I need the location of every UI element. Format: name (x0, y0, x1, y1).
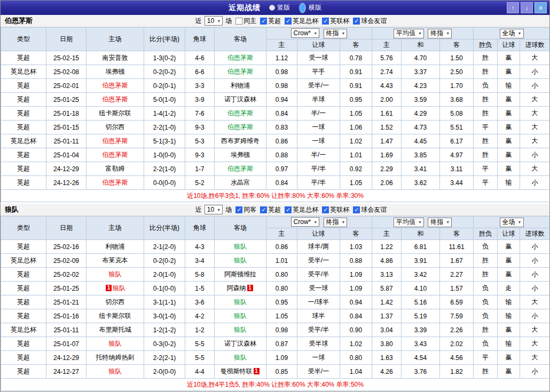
bookmaker-select[interactable]: Crow*▼ (291, 28, 320, 38)
odds-index-select[interactable]: 终指▼ (324, 29, 348, 38)
match-date: 25-01-11 (46, 323, 87, 337)
layout-vertical-radio[interactable]: 竖版 (269, 3, 290, 12)
col-goals: 进球数 (520, 228, 550, 240)
avg-index-select[interactable]: 终指▼ (428, 218, 452, 227)
scope-select[interactable]: 全场▼ (500, 218, 524, 227)
corners: 1-5 (185, 282, 215, 295)
avg-away-odds: 2.50 (440, 65, 474, 79)
checkbox-icon (322, 18, 329, 25)
match-count-select[interactable]: 10 ▼ (205, 205, 223, 214)
home-team-cell: 富勒姆 (87, 162, 144, 176)
league-checkbox-friendly[interactable]: 球会友谊 (353, 205, 387, 214)
layout-horizontal-radio[interactable]: 横版 (298, 3, 321, 13)
handicap-home-odds: 0.87 (266, 337, 297, 351)
handicap-odds-group: Crow*▼ 终指▼ (266, 28, 372, 39)
home-team-cell: 利物浦 (87, 240, 144, 254)
away-team-name: 狼队 (234, 312, 247, 319)
league-checkbox-premier-league[interactable]: 英超 (260, 205, 281, 214)
sub-col-home: 主 (372, 228, 402, 240)
handicap-line: 受平/半 (297, 323, 340, 337)
league-checkbox-league-cup[interactable]: 英联杯 (322, 205, 349, 214)
handicap-line: 受平/半 (297, 268, 340, 282)
corners: 9-3 (185, 148, 215, 162)
sub-col-home-odds: 主 (266, 39, 297, 51)
chevron-down-icon: ▼ (313, 220, 317, 224)
away-team-name: 狼队 (234, 326, 247, 333)
corners: 4-6 (185, 51, 215, 65)
sub-col-away-odds: 客 (340, 228, 372, 240)
window-buttons: ↑ ↓ × (507, 2, 547, 13)
handicap-line: 半球 (297, 93, 340, 107)
league-checkbox-fa-cup[interactable]: 英足总杯 (285, 17, 318, 26)
result-goals: 小 (520, 65, 550, 79)
away-team-cell: 曼彻斯特联1 (215, 365, 266, 379)
avg-draw-odds: 3.39 (402, 323, 440, 337)
close-button[interactable]: × (535, 2, 547, 13)
handicap-away-odds: 1.02 (340, 134, 372, 148)
league-label: 球会友谊 (361, 17, 387, 26)
result-wdl: 胜 (474, 148, 498, 162)
avg-source-select[interactable]: 平均值▼ (394, 218, 424, 227)
result-handicap: 赢 (498, 240, 520, 254)
handicap-away-odds: 0.92 (340, 162, 372, 176)
league-badge: 英超 (1, 365, 46, 379)
away-team-name: 狼队 (234, 354, 247, 361)
corners: 4-4 (185, 365, 215, 379)
league-checkbox-friendly[interactable]: 球会友谊 (353, 17, 387, 26)
handicap-line: 受一球 (297, 282, 340, 295)
away-team-cell: 狼队 (215, 309, 266, 323)
match-date: 24-12-29 (46, 351, 87, 365)
home-team-cell: 埃弗顿 (87, 65, 144, 79)
home-team-cell: 南安普敦 (87, 51, 144, 65)
handicap-line: 受半/一 (297, 254, 340, 268)
handicap-away-odds: 1.09 (340, 268, 372, 282)
home-team-cell: 伯恩茅斯 (87, 176, 144, 190)
handicap-line: 一球 (297, 121, 340, 134)
result-wdl: 负 (474, 295, 498, 309)
avg-away-odds: 6.59 (440, 295, 474, 309)
result-goals: 大 (520, 323, 550, 337)
same-venue-checkbox[interactable]: 同主 (235, 17, 256, 26)
col-handicap-result: 让球 (498, 39, 520, 51)
avg-draw-odds: 3.62 (402, 176, 440, 190)
chevron-down-icon: ▼ (518, 31, 522, 35)
same-venue-checkbox[interactable]: 同客 (235, 205, 256, 214)
result-wdl: 胜 (474, 107, 498, 121)
near-label: 近 (195, 17, 202, 26)
home-team-cell: 狼队 (87, 337, 144, 351)
avg-home-odds: 3.04 (372, 323, 402, 337)
same-venue-label: 同客 (243, 205, 256, 214)
score: 2-2(2-1) (144, 351, 185, 365)
league-checkbox-premier-league[interactable]: 英超 (260, 17, 281, 26)
corners: 5-5 (185, 337, 215, 351)
corners: 3-3 (185, 79, 215, 93)
col-home: 主场 (87, 217, 144, 240)
bookmaker-select[interactable]: Crow*▼ (291, 217, 320, 227)
avg-home-odds: 1.61 (372, 107, 402, 121)
home-team-name: 布里斯托城 (99, 326, 131, 333)
avg-draw-odds: 3.37 (402, 65, 440, 79)
league-checkbox-league-cup[interactable]: 英联杯 (322, 17, 349, 26)
avg-index-select[interactable]: 终指▼ (428, 29, 452, 38)
home-team-name: 狼队 (113, 284, 125, 292)
result-wdl: 胜 (474, 51, 498, 65)
scroll-down-button[interactable]: ↓ (521, 2, 533, 13)
chevron-down-icon: ▼ (217, 208, 221, 212)
home-team-cell: 切尔西 (87, 121, 144, 134)
scope-select[interactable]: 全场▼ (500, 29, 524, 38)
scroll-up-button[interactable]: ↑ (507, 2, 519, 13)
odds-index-select[interactable]: 终指▼ (324, 218, 348, 227)
avg-home-odds: 2.74 (372, 65, 402, 79)
league-checkbox-fa-cup[interactable]: 英足总杯 (285, 205, 318, 214)
avg-draw-odds: 3.91 (402, 254, 440, 268)
avg-draw-odds: 3.85 (402, 148, 440, 162)
match-count-select[interactable]: 10 ▼ (205, 16, 223, 26)
home-team-cell: 切尔西 (87, 295, 144, 309)
same-venue-label: 同主 (243, 17, 256, 26)
avg-source-select[interactable]: 平均值▼ (394, 29, 424, 38)
avg-away-odds: 7.59 (440, 309, 474, 323)
match-date: 25-01-25 (46, 93, 87, 107)
result-goals: 小 (520, 79, 550, 93)
handicap-away-odds: 1.04 (340, 365, 372, 379)
avg-odds-group: 平均值▼ 终指▼ (372, 217, 474, 228)
